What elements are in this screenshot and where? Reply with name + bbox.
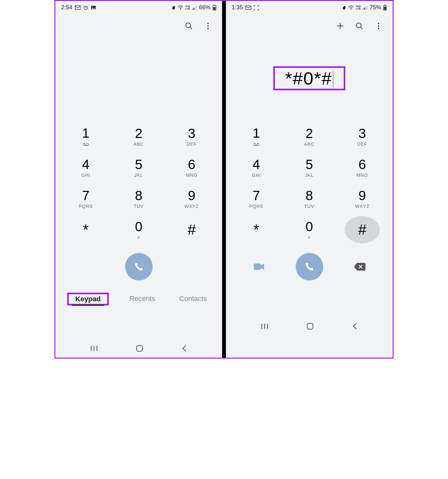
voicemail-icon — [253, 142, 260, 147]
keypad-key-0[interactable]: 0+ — [121, 216, 156, 243]
nav-home[interactable] — [136, 345, 143, 353]
keypad-key-6[interactable]: 6MNO — [345, 154, 380, 181]
tab-contacts[interactable]: Contacts — [176, 293, 210, 305]
search-button[interactable] — [354, 21, 364, 31]
svg-point-15 — [207, 28, 209, 29]
picture-icon — [91, 5, 96, 10]
keypad-key-2[interactable]: 2ABC — [292, 123, 327, 150]
svg-line-34 — [361, 27, 363, 29]
alarm-icon — [83, 5, 88, 10]
backspace-button[interactable] — [352, 259, 367, 274]
nav-back[interactable] — [352, 323, 357, 331]
svg-point-38 — [254, 143, 256, 145]
nav-recent[interactable] — [91, 345, 98, 353]
action-row — [226, 253, 393, 280]
keypad-key-4[interactable]: 4GHI — [239, 154, 274, 181]
svg-line-12 — [190, 27, 192, 29]
leaf-icon — [171, 5, 176, 10]
wifi-icon — [348, 5, 354, 10]
top-actions — [226, 14, 393, 33]
dial-input[interactable] — [132, 75, 145, 81]
svg-point-2 — [92, 6, 93, 7]
svg-rect-30 — [384, 6, 386, 10]
nav-bar — [55, 339, 222, 358]
svg-rect-24 — [363, 9, 364, 10]
keypad-key-8[interactable]: 8TUV — [121, 185, 156, 212]
more-button[interactable] — [203, 21, 213, 31]
svg-rect-25 — [364, 8, 365, 10]
voicemail-icon — [83, 142, 89, 147]
keypad-key-*[interactable]: * — [239, 216, 274, 243]
keypad-key-#[interactable]: # — [174, 216, 209, 243]
search-button[interactable] — [184, 21, 194, 31]
nav-recent[interactable] — [261, 323, 268, 331]
battery-pct: 75% — [370, 4, 381, 11]
keypad: 12ABC3DEF4GHI5JKL6MNO7PQRS8TUV9WXYZ*0+# — [55, 123, 222, 247]
keypad-key-6[interactable]: 6MNO — [174, 154, 209, 181]
keypad-key-#[interactable]: # — [345, 216, 380, 243]
svg-rect-4 — [192, 9, 193, 10]
leaf-icon — [342, 5, 346, 10]
keypad-key-3[interactable]: 3DEF — [174, 123, 209, 150]
keypad-key-7[interactable]: 7PQRS — [239, 185, 274, 212]
svg-rect-22 — [137, 345, 142, 351]
video-call-button[interactable] — [252, 259, 267, 274]
action-row — [55, 253, 222, 280]
wifi-icon — [178, 5, 183, 10]
call-button[interactable] — [296, 253, 323, 280]
keypad-key-*[interactable]: * — [68, 216, 103, 243]
svg-rect-5 — [194, 8, 195, 10]
signal-icon — [192, 5, 197, 10]
add-button[interactable] — [335, 21, 345, 31]
keypad-key-2[interactable]: 2ABC — [121, 123, 156, 150]
status-bar: 2:54 Vo))LTE 66% — [55, 1, 222, 14]
nav-back[interactable] — [182, 345, 187, 353]
keypad-key-1[interactable]: 1 — [68, 123, 103, 150]
dial-highlight: *#0*# — [273, 66, 345, 90]
battery-icon — [212, 5, 216, 11]
svg-rect-10 — [213, 7, 216, 10]
volte-icon: Vo))LTE — [356, 5, 361, 10]
keypad-key-4[interactable]: 4GHI — [68, 154, 103, 181]
keypad-key-5[interactable]: 5JKL — [292, 154, 327, 181]
tabs: Keypad Recents Contacts — [55, 288, 222, 311]
svg-point-33 — [356, 23, 361, 28]
dial-input[interactable]: *#0*# — [279, 65, 340, 92]
keypad-key-9[interactable]: 9WXYZ — [174, 185, 209, 212]
keypad-key-7[interactable]: 7PQRS — [68, 185, 103, 212]
battery-icon — [383, 5, 387, 11]
keypad-key-8[interactable]: 8TUV — [292, 185, 327, 212]
svg-rect-47 — [307, 323, 313, 329]
gmail-icon — [75, 5, 81, 10]
tab-recents[interactable]: Recents — [126, 293, 158, 305]
divider — [222, 1, 226, 358]
svg-point-17 — [86, 143, 89, 145]
svg-point-11 — [186, 23, 191, 28]
call-button[interactable] — [125, 253, 153, 280]
keypad-key-1[interactable]: 1 — [239, 123, 274, 150]
nav-home[interactable] — [307, 323, 314, 331]
svg-point-37 — [378, 28, 379, 29]
battery-pct: 66% — [199, 4, 211, 11]
phone-right: 1:35 Vo))LTE 75% *#0*# 12ABC3DEF4G — [226, 1, 393, 358]
volte-icon: Vo))LTE — [185, 5, 190, 10]
keypad-key-5[interactable]: 5JKL — [121, 154, 156, 181]
svg-point-14 — [207, 25, 209, 27]
cursor-icon — [333, 71, 333, 88]
gmail-icon — [245, 5, 251, 10]
svg-rect-7 — [196, 6, 197, 10]
keypad: 12ABC3DEF4GHI5JKL6MNO7PQRS8TUV9WXYZ*0+# — [226, 123, 393, 247]
keypad-key-0[interactable]: 0+ — [292, 216, 327, 243]
keypad-key-9[interactable]: 9WXYZ — [345, 185, 380, 212]
tab-keypad[interactable]: Keypad — [72, 293, 104, 306]
tab-highlight: Keypad — [67, 293, 108, 305]
svg-point-39 — [257, 143, 259, 145]
dial-display — [55, 33, 222, 123]
more-button[interactable] — [373, 21, 384, 31]
clock: 1:35 — [232, 4, 243, 11]
svg-point-23 — [351, 9, 351, 9]
svg-point-36 — [378, 25, 379, 27]
signal-icon — [363, 5, 368, 10]
keypad-key-3[interactable]: 3DEF — [345, 123, 380, 150]
svg-point-16 — [83, 143, 85, 145]
